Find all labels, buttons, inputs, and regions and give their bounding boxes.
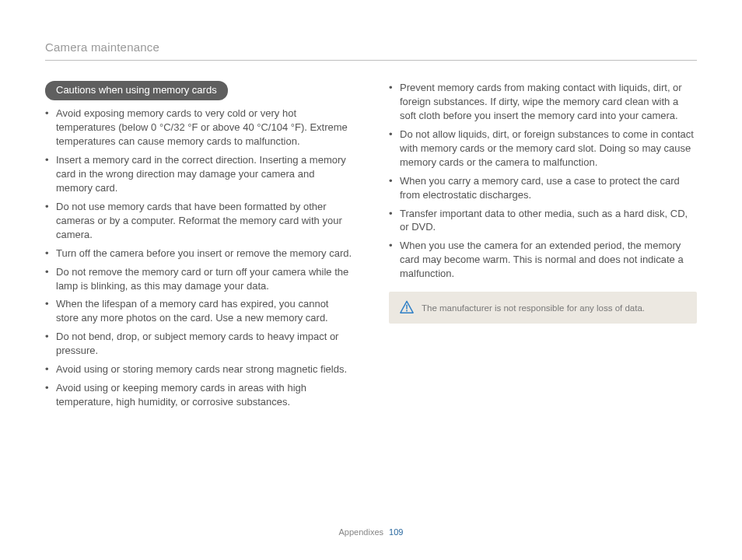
list-item: Insert a memory card in the correct dire… [45, 153, 353, 195]
content-columns: Cautions when using memory cards Avoid e… [45, 81, 697, 414]
list-item: Do not bend, drop, or subject memory car… [45, 330, 353, 358]
list-item: Turn off the camera before you insert or… [45, 247, 353, 261]
list-item: When the lifespan of a memory card has e… [45, 297, 353, 325]
document-page: Camera maintenance Cautions when using m… [0, 0, 742, 560]
list-item: Do not remove the memory card or turn of… [45, 265, 353, 293]
list-item: Transfer important data to other media, … [389, 207, 697, 235]
header-section: Camera maintenance [45, 39, 697, 61]
left-column: Cautions when using memory cards Avoid e… [45, 81, 353, 414]
list-item: Avoid exposing memory cards to very cold… [45, 107, 353, 149]
footer-page-number: 109 [389, 527, 403, 537]
list-item: Avoid using or storing memory cards near… [45, 362, 353, 376]
left-bullet-list: Avoid exposing memory cards to very cold… [45, 107, 353, 409]
list-item: Do not use memory cards that have been f… [45, 200, 353, 242]
page-footer: Appendixes 109 [0, 527, 742, 538]
svg-point-2 [406, 310, 408, 312]
note-text: The manufacturer is not responsible for … [422, 301, 645, 314]
list-item: When you carry a memory card, use a case… [389, 174, 697, 202]
right-column: Prevent memory cards from making contact… [389, 81, 697, 414]
list-item: When you use the camera for an extended … [389, 239, 697, 281]
list-item: Do not allow liquids, dirt, or foreign s… [389, 128, 697, 170]
page-title: Camera maintenance [45, 39, 697, 55]
section-heading-pill: Cautions when using memory cards [45, 81, 228, 100]
information-note: The manufacturer is not responsible for … [389, 292, 697, 324]
footer-section-label: Appendixes [339, 527, 384, 537]
list-item: Prevent memory cards from making contact… [389, 81, 697, 123]
alert-icon [400, 300, 414, 314]
list-item: Avoid using or keeping memory cards in a… [45, 381, 353, 409]
right-bullet-list: Prevent memory cards from making contact… [389, 81, 697, 281]
